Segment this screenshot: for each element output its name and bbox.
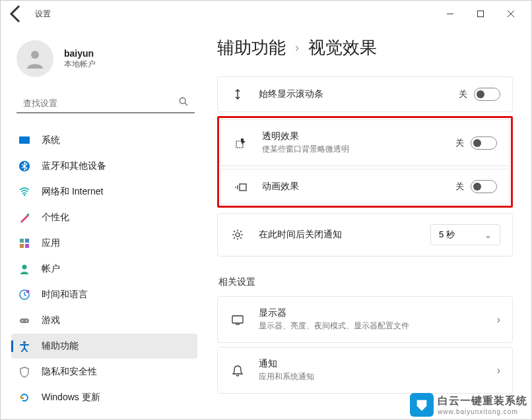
toggle-state: 关 bbox=[459, 88, 467, 100]
setting-title: 透明效果 bbox=[262, 131, 455, 142]
minimize-button[interactable] bbox=[435, 3, 465, 24]
watermark-title: 白云一键重装系统 bbox=[438, 394, 527, 408]
account-icon bbox=[18, 262, 31, 276]
close-button[interactable] bbox=[496, 3, 526, 24]
user-profile[interactable]: baiyun 本地帐户 bbox=[11, 30, 200, 93]
setting-transparency: 透明效果 使某些窗口背景略微透明 关 bbox=[220, 119, 510, 166]
maximize-icon bbox=[477, 11, 484, 17]
svg-rect-18 bbox=[20, 318, 29, 323]
chevron-down-icon: ⌄ bbox=[484, 230, 492, 240]
svg-point-24 bbox=[236, 233, 240, 237]
bluetooth-icon bbox=[18, 160, 31, 173]
bell-icon bbox=[230, 364, 246, 377]
animation-toggle[interactable] bbox=[471, 180, 497, 193]
sidebar-item-label: 隐私和安全性 bbox=[42, 366, 97, 378]
watermark-logo-icon bbox=[410, 393, 434, 417]
related-notifications[interactable]: 通知 应用和系统通知 › bbox=[217, 347, 513, 394]
sidebar-item-apps[interactable]: 应用 bbox=[11, 231, 197, 256]
svg-rect-14 bbox=[25, 244, 29, 248]
svg-point-17 bbox=[26, 290, 30, 293]
arrow-left-icon bbox=[6, 3, 27, 24]
sidebar-item-label: 时间和语言 bbox=[42, 289, 88, 301]
back-button[interactable] bbox=[6, 3, 27, 24]
user-name: baiyun bbox=[64, 48, 96, 59]
sidebar-item-label: Windows 更新 bbox=[42, 392, 100, 404]
sidebar-item-label: 辅助功能 bbox=[42, 340, 79, 352]
svg-rect-12 bbox=[25, 239, 29, 243]
setting-title: 显示器 bbox=[259, 307, 497, 319]
sidebar-item-label: 应用 bbox=[42, 237, 60, 249]
close-icon bbox=[508, 11, 514, 17]
apps-icon bbox=[18, 237, 31, 250]
sidebar-item-update[interactable]: Windows 更新 bbox=[11, 385, 197, 410]
svg-point-19 bbox=[22, 320, 23, 322]
setting-title: 在此时间后关闭通知 bbox=[259, 229, 430, 241]
toggle-state: 关 bbox=[455, 181, 464, 193]
wifi-icon bbox=[18, 185, 31, 198]
search-input[interactable] bbox=[23, 98, 179, 108]
breadcrumb-parent[interactable]: 辅助功能 bbox=[217, 36, 286, 59]
gamepad-icon bbox=[18, 314, 31, 327]
highlighted-group: 透明效果 使某些窗口背景略微透明 关 动画效果 关 bbox=[217, 116, 513, 208]
breadcrumb: 辅助功能 › 视觉效果 bbox=[217, 36, 513, 59]
sidebar-item-system[interactable]: 系统 bbox=[11, 128, 197, 153]
related-display[interactable]: 显示器 显示器、亮度、夜间模式、显示器配置文件 › bbox=[217, 296, 513, 343]
setting-scrollbar: 始终显示滚动条 关 bbox=[217, 76, 513, 112]
brightness-icon bbox=[230, 228, 246, 241]
titlebar: 设置 bbox=[1, 1, 531, 27]
sidebar-item-label: 帐户 bbox=[42, 263, 60, 275]
update-icon bbox=[18, 391, 31, 404]
chevron-right-icon: › bbox=[295, 41, 299, 55]
search-icon bbox=[179, 97, 188, 109]
sidebar-item-time[interactable]: 时间和语言 bbox=[11, 282, 197, 307]
sidebar-item-accounts[interactable]: 帐户 bbox=[11, 256, 197, 282]
sidebar-item-label: 系统 bbox=[42, 135, 60, 146]
setting-subtitle: 应用和系统通知 bbox=[259, 371, 497, 382]
svg-point-5 bbox=[180, 98, 185, 104]
svg-point-15 bbox=[22, 265, 27, 270]
maximize-button[interactable] bbox=[465, 3, 496, 24]
nav-list: 系统 蓝牙和其他设备 网络和 Internet 个性化 应用 bbox=[11, 128, 200, 419]
dropdown-value: 5 秒 bbox=[439, 229, 455, 241]
search-box[interactable] bbox=[17, 93, 195, 113]
svg-rect-1 bbox=[478, 11, 484, 17]
animation-icon bbox=[233, 180, 249, 193]
setting-title: 动画效果 bbox=[262, 181, 455, 193]
setting-title: 通知 bbox=[259, 358, 497, 370]
timeout-dropdown[interactable]: 5 秒 ⌄ bbox=[430, 224, 500, 245]
accessibility-icon bbox=[18, 340, 31, 353]
sidebar-item-label: 个性化 bbox=[42, 212, 69, 224]
svg-line-31 bbox=[234, 237, 235, 239]
svg-line-32 bbox=[240, 231, 242, 232]
transparency-toggle[interactable] bbox=[471, 136, 497, 150]
scrollbar-toggle[interactable] bbox=[474, 88, 500, 101]
minimize-icon bbox=[447, 11, 453, 17]
user-subtitle: 本地帐户 bbox=[64, 59, 96, 70]
setting-notification-timeout: 在此时间后关闭通知 5 秒 ⌄ bbox=[217, 213, 513, 256]
sidebar-item-privacy[interactable]: 隐私和安全性 bbox=[11, 359, 197, 384]
transparency-icon bbox=[233, 136, 249, 150]
sidebar-item-bluetooth[interactable]: 蓝牙和其他设备 bbox=[11, 154, 197, 179]
svg-rect-33 bbox=[232, 316, 243, 323]
svg-line-30 bbox=[240, 237, 242, 239]
user-icon bbox=[23, 47, 47, 71]
sidebar-item-accessibility[interactable]: 辅助功能 bbox=[11, 334, 197, 359]
sidebar: baiyun 本地帐户 系统 蓝牙和其他设备 网络 bbox=[1, 27, 204, 419]
setting-title: 始终显示滚动条 bbox=[259, 88, 459, 100]
sidebar-item-label: 蓝牙和其他设备 bbox=[42, 160, 106, 172]
system-icon bbox=[18, 134, 31, 147]
toggle-state: 关 bbox=[455, 137, 464, 149]
clock-icon bbox=[18, 288, 31, 301]
sidebar-item-gaming[interactable]: 游戏 bbox=[11, 308, 197, 333]
sidebar-item-network[interactable]: 网络和 Internet bbox=[11, 179, 197, 204]
display-icon bbox=[230, 313, 246, 326]
avatar bbox=[17, 40, 53, 77]
sidebar-item-label: 网络和 Internet bbox=[42, 186, 103, 198]
sidebar-item-personalization[interactable]: 个性化 bbox=[11, 205, 197, 230]
window-title: 设置 bbox=[35, 9, 51, 20]
content-area: 辅助功能 › 视觉效果 始终显示滚动条 关 透明效果 使某些窗口背景略微透明 关 bbox=[204, 27, 531, 419]
svg-rect-23 bbox=[240, 184, 246, 191]
brush-icon bbox=[18, 211, 31, 224]
page-title: 视觉效果 bbox=[308, 36, 377, 59]
svg-point-21 bbox=[23, 342, 26, 344]
